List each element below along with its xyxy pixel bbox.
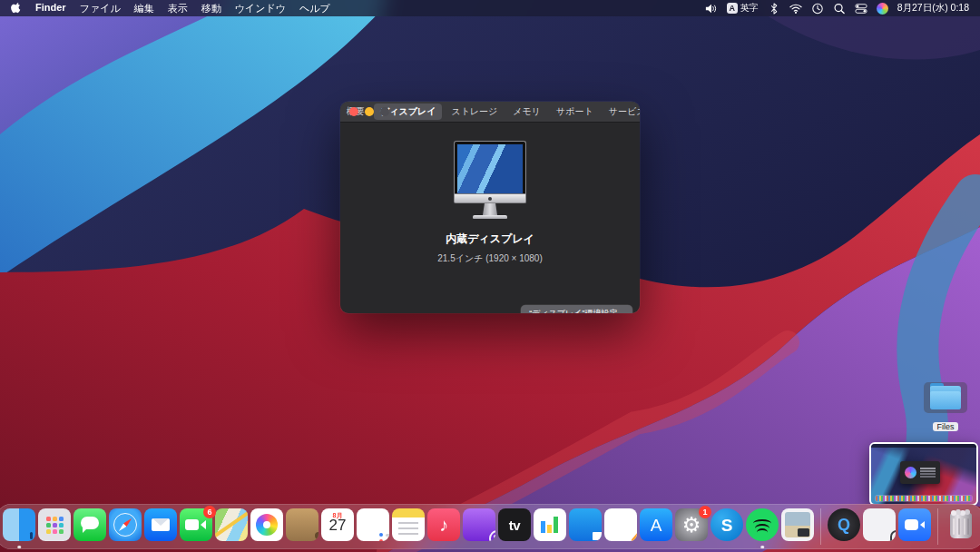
appstore-icon: A xyxy=(640,508,672,541)
dock-item-skype[interactable]: S xyxy=(710,508,743,545)
menu-item-4[interactable]: 移動 xyxy=(201,2,221,15)
dock-item-spotify[interactable] xyxy=(746,508,779,545)
dock-item-system-preferences[interactable]: ⚙1 xyxy=(675,508,708,545)
launchpad-artwork xyxy=(46,517,51,521)
zoom-button xyxy=(380,107,389,116)
safari-artwork xyxy=(113,513,137,537)
apple-menu-icon[interactable] xyxy=(11,3,22,15)
clock-icon[interactable] xyxy=(811,3,824,15)
menu-items: Finderファイル編集表示移動ウインドウヘルプ xyxy=(35,2,330,15)
spotlight-icon[interactable] xyxy=(833,3,846,15)
menu-item-5[interactable]: ウインドウ xyxy=(235,2,286,15)
display-spec: 21.5インチ (1920 × 1080) xyxy=(340,252,640,265)
reminders-icon xyxy=(357,508,389,541)
close-button[interactable] xyxy=(349,107,358,116)
photos-artwork xyxy=(256,514,278,536)
spotify-artwork xyxy=(753,519,771,527)
desktop-folder-files[interactable]: Files xyxy=(922,382,969,433)
wifi-icon[interactable] xyxy=(789,3,802,15)
dock-item-pages[interactable] xyxy=(604,508,637,545)
skype-glyph: S xyxy=(721,517,733,534)
messages-icon xyxy=(74,508,106,541)
finder-running-indicator xyxy=(17,546,21,549)
menu-item-2[interactable]: 編集 xyxy=(134,2,154,15)
about-this-mac-window: 概要ディスプレイストレージメモリサポートサービス 内蔵ディスプレイ 21.5イン… xyxy=(340,102,640,313)
menu-bar: Finderファイル編集表示移動ウインドウヘルプ A 英字 xyxy=(0,0,980,16)
volume-icon[interactable] xyxy=(705,3,718,15)
display-preferences-button[interactable]: “ディスプレイ”環境設定... xyxy=(521,305,632,313)
numbers-icon xyxy=(534,508,566,541)
tab-3[interactable]: メモリ xyxy=(506,104,547,120)
menu-item-1[interactable]: ファイル xyxy=(80,2,121,15)
trash-icon xyxy=(945,508,977,541)
dock-item-photo-preview[interactable] xyxy=(781,508,814,545)
menu-item-3[interactable]: 表示 xyxy=(168,2,188,15)
dock-item-safari[interactable] xyxy=(109,508,142,545)
screenshot-thumbnail[interactable] xyxy=(869,442,978,506)
dock-item-reminders[interactable] xyxy=(357,508,389,545)
safari-icon xyxy=(109,508,142,541)
thumbnail-window xyxy=(900,461,940,484)
minimize-button[interactable] xyxy=(365,107,374,116)
dock-item-grab[interactable] xyxy=(863,508,896,545)
dock-item-mail[interactable] xyxy=(144,508,177,545)
ime-mode-badge: A xyxy=(727,3,738,14)
tab-2[interactable]: ストレージ xyxy=(445,104,504,120)
music-icon: ♪ xyxy=(427,508,460,541)
folder-label: Files xyxy=(933,422,957,431)
dock-item-launchpad[interactable] xyxy=(38,508,71,545)
dock-item-notes[interactable] xyxy=(392,508,425,545)
dock-item-calendar[interactable]: 8月27 xyxy=(321,508,354,545)
dock-item-trash[interactable] xyxy=(945,508,977,545)
dock-item-zoom-app[interactable] xyxy=(898,508,931,545)
dock-item-messages[interactable] xyxy=(74,508,106,545)
photo-preview-artwork xyxy=(785,512,810,537)
notes-artwork xyxy=(398,522,418,524)
numbers-artwork xyxy=(554,517,558,533)
tab-4[interactable]: サポート xyxy=(550,104,600,120)
dock-item-numbers[interactable] xyxy=(534,508,566,545)
dock-item-contacts[interactable] xyxy=(286,508,318,545)
appstore-glyph: A xyxy=(651,517,662,534)
bluetooth-icon[interactable] xyxy=(768,3,780,15)
dock-item-finder[interactable] xyxy=(3,508,35,545)
dock-item-podcasts[interactable] xyxy=(463,508,495,545)
appletv-icon: tv xyxy=(498,508,531,541)
skype-icon: S xyxy=(710,508,743,541)
input-method-icon[interactable]: A 英字 xyxy=(727,2,759,15)
window-titlebar[interactable]: 概要ディスプレイストレージメモリサポートサービス xyxy=(340,102,640,123)
folder-icon xyxy=(930,386,961,409)
spotify-running-indicator xyxy=(760,546,764,549)
maps-icon xyxy=(215,508,248,541)
dock-item-photos[interactable] xyxy=(250,508,283,545)
calendar-icon: 8月27 xyxy=(321,508,354,541)
display-name: 内蔵ディスプレイ xyxy=(340,232,640,247)
trash-artwork xyxy=(950,513,972,538)
thumbnail-window-text-lines xyxy=(920,468,936,469)
menu-item-6[interactable]: ヘルプ xyxy=(299,2,330,15)
dock-items: 68月27♪tvA⚙1SQ xyxy=(3,508,977,545)
podcasts-icon xyxy=(463,508,495,541)
dock-item-appletv[interactable]: tv xyxy=(498,508,531,545)
quicktime-icon: Q xyxy=(828,508,860,541)
zoom-app-artwork xyxy=(905,519,918,530)
tab-5[interactable]: サービス xyxy=(603,104,640,120)
system-preferences-glyph: ⚙ xyxy=(682,515,701,536)
messages-artwork xyxy=(81,517,99,529)
menu-bar-clock[interactable]: 8月27日(水) 0:18 xyxy=(897,2,969,15)
mail-icon xyxy=(144,508,177,541)
dock-item-quicktime[interactable]: Q xyxy=(828,508,860,545)
dock-item-facetime[interactable]: 6 xyxy=(180,508,212,545)
siri-icon[interactable] xyxy=(877,3,888,15)
dock-item-appstore[interactable]: A xyxy=(640,508,672,545)
dock-item-maps[interactable] xyxy=(215,508,248,545)
finder-icon xyxy=(3,508,35,541)
dock-divider xyxy=(820,508,821,545)
maps-artwork xyxy=(215,510,248,537)
dock-item-keynote[interactable] xyxy=(569,508,602,545)
dock-item-music[interactable]: ♪ xyxy=(427,508,460,545)
thumbnail-menubar xyxy=(871,444,976,448)
calendar-day: 27 xyxy=(321,517,354,535)
control-center-icon[interactable] xyxy=(855,3,867,15)
menu-item-0[interactable]: Finder xyxy=(35,2,66,15)
